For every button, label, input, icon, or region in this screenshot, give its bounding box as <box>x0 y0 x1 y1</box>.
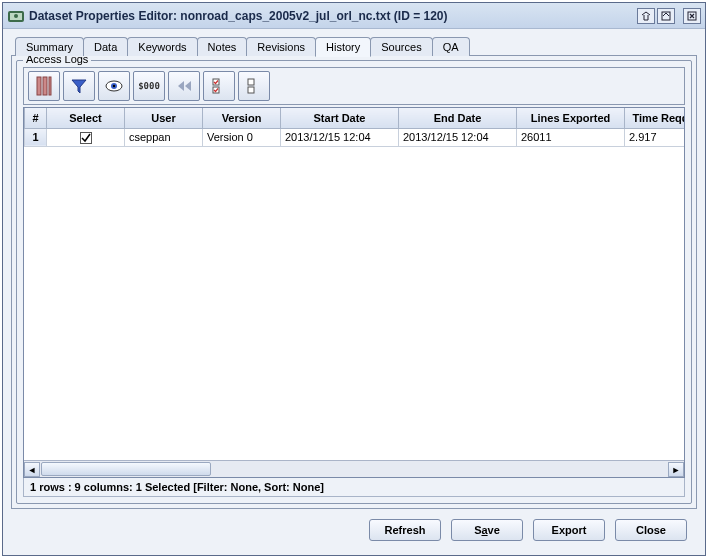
tab-summary[interactable]: Summary <box>15 37 84 56</box>
svg-rect-6 <box>43 77 47 95</box>
table-wrap: # Select User Version Start Date End Dat… <box>23 107 685 478</box>
table-row[interactable]: 1 cseppan Version 0 2013/12/15 12:04 201… <box>25 128 686 146</box>
tab-qa[interactable]: QA <box>432 37 470 56</box>
tab-notes[interactable]: Notes <box>197 37 248 56</box>
table-toolbar: $000 <box>23 67 685 105</box>
editor-window: Dataset Properties Editor: nonroad_caps_… <box>2 2 706 556</box>
access-log-table: # Select User Version Start Date End Dat… <box>24 108 685 147</box>
svg-point-10 <box>113 85 115 87</box>
app-icon <box>7 7 25 25</box>
cell-start-date: 2013/12/15 12:04 <box>281 128 399 146</box>
svg-rect-14 <box>248 87 254 93</box>
svg-rect-5 <box>37 77 41 95</box>
access-logs-fieldset: Access Logs $000 <box>16 60 692 504</box>
col-num[interactable]: # <box>25 108 47 128</box>
button-row: Refresh Save Export Close <box>11 509 697 547</box>
close-button[interactable]: Close <box>615 519 687 541</box>
col-select[interactable]: Select <box>47 108 125 128</box>
tab-body: Access Logs $000 <box>11 55 697 509</box>
cell-rownum: 1 <box>25 128 47 146</box>
col-time-reqd[interactable]: Time Reqd. (s <box>625 108 686 128</box>
cell-user: cseppan <box>125 128 203 146</box>
unchecklist-icon[interactable] <box>238 71 270 101</box>
minimize-inner-icon[interactable] <box>637 8 655 24</box>
eye-icon[interactable] <box>98 71 130 101</box>
cell-select[interactable] <box>47 128 125 146</box>
columns-icon[interactable] <box>28 71 60 101</box>
first-icon[interactable] <box>168 71 200 101</box>
cell-end-date: 2013/12/15 12:04 <box>399 128 517 146</box>
checkbox-checked-icon[interactable] <box>80 132 92 144</box>
tab-data[interactable]: Data <box>83 37 128 56</box>
scroll-thumb[interactable] <box>41 462 211 476</box>
table-empty-area <box>24 147 684 461</box>
window-controls <box>637 8 701 24</box>
tab-history[interactable]: History <box>315 37 371 57</box>
checklist-icon[interactable] <box>203 71 235 101</box>
tab-revisions[interactable]: Revisions <box>246 37 316 56</box>
col-user[interactable]: User <box>125 108 203 128</box>
tab-sources[interactable]: Sources <box>370 37 432 56</box>
horizontal-scrollbar[interactable]: ◄ ► <box>24 460 684 477</box>
col-lines-exported[interactable]: Lines Exported <box>517 108 625 128</box>
cell-time-reqd: 2.917 <box>625 128 686 146</box>
svg-rect-7 <box>49 77 51 95</box>
col-version[interactable]: Version <box>203 108 281 128</box>
table-status: 1 rows : 9 columns: 1 Selected [Filter: … <box>23 478 685 497</box>
export-button[interactable]: Export <box>533 519 605 541</box>
table-header-row: # Select User Version Start Date End Dat… <box>25 108 686 128</box>
save-button[interactable]: Save <box>451 519 523 541</box>
svg-point-2 <box>14 14 18 18</box>
col-end-date[interactable]: End Date <box>399 108 517 128</box>
titlebar: Dataset Properties Editor: nonroad_caps_… <box>3 3 705 29</box>
content-area: Summary Data Keywords Notes Revisions Hi… <box>3 29 705 555</box>
col-start-date[interactable]: Start Date <box>281 108 399 128</box>
tab-row: Summary Data Keywords Notes Revisions Hi… <box>11 37 697 56</box>
window-title: Dataset Properties Editor: nonroad_caps_… <box>29 9 633 23</box>
format-icon[interactable]: $000 <box>133 71 165 101</box>
filter-icon[interactable] <box>63 71 95 101</box>
close-icon[interactable] <box>683 8 701 24</box>
tab-keywords[interactable]: Keywords <box>127 37 197 56</box>
scroll-right-icon[interactable]: ► <box>668 462 684 477</box>
svg-rect-13 <box>248 79 254 85</box>
cell-version: Version 0 <box>203 128 281 146</box>
maximize-icon[interactable] <box>657 8 675 24</box>
cell-lines-exported: 26011 <box>517 128 625 146</box>
scroll-left-icon[interactable]: ◄ <box>24 462 40 477</box>
refresh-button[interactable]: Refresh <box>369 519 441 541</box>
